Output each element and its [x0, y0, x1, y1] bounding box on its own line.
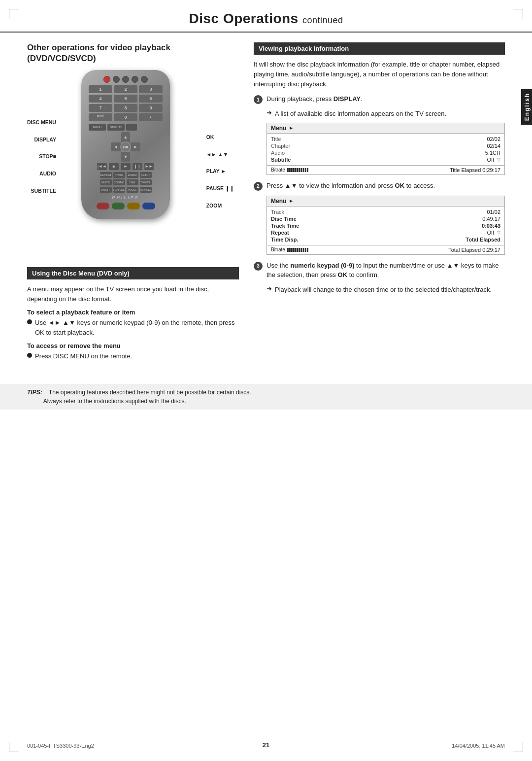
- disc-menu-btn[interactable]: DISC: [89, 113, 112, 121]
- menu-box2-title: Menu: [271, 198, 286, 205]
- stop-label: STOP■: [27, 153, 56, 160]
- tv-button[interactable]: [122, 76, 129, 83]
- select-bullet-text: Use ◄► ▲▼ keys or numeric keypad (0-9) o…: [35, 318, 239, 337]
- step3-text: Use the numeric keypad (0-9) to input th…: [266, 261, 505, 280]
- num-6[interactable]: 6: [139, 95, 163, 103]
- num-3[interactable]: 3: [139, 85, 163, 93]
- bitrate-bar-2: [287, 248, 308, 252]
- dpad-up[interactable]: ▲: [121, 132, 130, 142]
- bullet-dot-1: [27, 319, 32, 324]
- title-elapsed-2: Total Elapsed 0:29:17: [448, 247, 500, 253]
- pause-btn[interactable]: ❙❙: [133, 163, 142, 170]
- menu-box2-footer: Bitrate Total Elapsed 0:29:17: [267, 245, 504, 254]
- stop-btn[interactable]: ■: [109, 163, 119, 170]
- num-7[interactable]: 7: [89, 104, 112, 112]
- menu-box2-header: Menu ►: [267, 196, 504, 207]
- ok-button[interactable]: OK: [120, 141, 131, 152]
- menu-box1-footer: Bitrate Title Elapsed 0:29:17: [267, 165, 504, 174]
- menu-row-disc-time: Disc Time 0:49:17: [271, 215, 500, 222]
- menu-box1-header: Menu ►: [267, 123, 504, 134]
- mute-btn[interactable]: MUTE: [100, 179, 112, 185]
- feature-btn[interactable]: FEATURE: [113, 187, 125, 193]
- audio-label: AUDIO: [27, 171, 56, 177]
- audio-source-button[interactable]: [141, 76, 148, 83]
- prog-btn[interactable]: PROG: [113, 172, 125, 178]
- disc-menu-section: Using the Disc Menu (DVD only) A menu ma…: [27, 267, 239, 361]
- remote-labels-left: DISC MENU DISPLAY STOP■ AUDIO SUBTITLE: [27, 119, 56, 194]
- corner-mark-bl: [9, 742, 19, 752]
- step1-text: During playback, press DISPLAY.: [266, 94, 363, 104]
- left-column: Other operations for video playback (DVD…: [27, 42, 239, 364]
- bitrate-label-2: Bitrate: [271, 247, 285, 252]
- step1: 1 During playback, press DISPLAY.: [254, 94, 505, 104]
- setup-btn[interactable]: SETUP: [140, 172, 152, 178]
- remote-image: 1 2 3 4 5 6 7 8 9 DISC 0 +: [81, 70, 170, 219]
- num-0[interactable]: 0: [114, 113, 137, 121]
- menu-row-audio: Audio 5.1CH: [271, 149, 500, 156]
- menu-button[interactable]: MENU: [89, 124, 106, 131]
- num-9[interactable]: 9: [139, 104, 163, 112]
- tuner-button[interactable]: [132, 76, 138, 83]
- display-label: DISPLAY: [27, 137, 56, 143]
- title-main: Disc Operations: [189, 11, 298, 26]
- play-label: PLAY ►: [206, 168, 234, 174]
- remote-labels-right: OK ◄► ▲▼ PLAY ► PAUSE ❙❙ ZOOM: [206, 134, 234, 208]
- num-8[interactable]: 8: [114, 104, 137, 112]
- step3-arrow: ➜ Playback will change to the chosen tim…: [266, 285, 505, 295]
- sound-btn[interactable]: SOUND: [113, 179, 125, 185]
- display-button[interactable]: DISPLAY: [107, 124, 125, 131]
- menu-row-time-disp: Time Disp. Total Elapsed: [271, 236, 500, 243]
- page-header: Disc Operations continued: [0, 0, 532, 33]
- zoom-btn[interactable]: ZOOM: [127, 172, 138, 178]
- zoom-label: ZOOM: [206, 203, 234, 209]
- dpad-right[interactable]: ►: [131, 142, 140, 151]
- onoff-btn[interactable]: ON/OFF: [100, 187, 112, 193]
- red-btn[interactable]: [97, 203, 109, 209]
- num-5[interactable]: 5: [114, 95, 137, 103]
- number-pad: 1 2 3 4 5 6 7 8 9 DISC 0 +: [89, 85, 163, 121]
- num-1[interactable]: 1: [89, 85, 112, 93]
- green-btn[interactable]: [112, 203, 125, 209]
- disc-menu-heading: Using the Disc Menu (DVD only): [27, 267, 239, 279]
- yellow-btn[interactable]: [127, 203, 140, 209]
- repeat-btn[interactable]: REPEAT: [100, 172, 112, 178]
- footer-right: 14/04/2005, 11:45 AM: [452, 743, 505, 749]
- blue-btn[interactable]: [142, 203, 155, 209]
- disc-button[interactable]: [113, 76, 120, 83]
- next-btn[interactable]: ►►|: [144, 163, 154, 170]
- viewing-description: It will show the disc playback informati…: [254, 60, 505, 89]
- corner-mark-tr: [513, 9, 523, 19]
- bullet-dot-2: [27, 353, 32, 358]
- select-feature-heading: To select a playback feature or item: [27, 309, 239, 316]
- tips-line2: Always refer to the instructions supplie…: [43, 398, 186, 405]
- arrow-symbol-3: ➜: [266, 285, 272, 292]
- power-button[interactable]: [103, 76, 110, 83]
- vol-minus[interactable]: −: [126, 124, 137, 131]
- step1-number: 1: [254, 95, 263, 104]
- dpad-down[interactable]: ▼: [121, 152, 130, 162]
- corner-mark-br: [513, 742, 523, 752]
- menu-row-track: Track 01/02: [271, 208, 500, 215]
- dpad-left[interactable]: ◄: [111, 142, 121, 151]
- menu-box2-arrow: ►: [289, 198, 294, 204]
- select-bullet-item: Use ◄► ▲▼ keys or numeric keypad (0-9) o…: [27, 318, 239, 337]
- num-2[interactable]: 2: [114, 85, 137, 93]
- disc-menu-intro: A menu may appear on the TV screen once …: [27, 284, 239, 304]
- bitrate-bar-1: [287, 168, 308, 172]
- vol-plus[interactable]: +: [139, 113, 163, 121]
- prev-btn[interactable]: |◄◄: [97, 163, 107, 170]
- corner-mark-tl: [9, 9, 19, 19]
- vocal-btn[interactable]: VOCAL: [127, 187, 138, 193]
- language-tab: English: [521, 89, 532, 125]
- menu-row-repeat: Repeat Off ▽: [271, 229, 500, 236]
- num-4[interactable]: 4: [89, 95, 112, 103]
- karaoke-btn[interactable]: KARAOKE: [140, 187, 152, 193]
- tv-vol-btn[interactable]: TV/VOL: [140, 179, 152, 185]
- main-content: Other operations for video playback (DVD…: [0, 33, 532, 374]
- play-btn[interactable]: ►: [121, 163, 131, 170]
- step1-arrow-text: A list of available disc information app…: [275, 109, 446, 119]
- dim-btn[interactable]: DIM: [127, 179, 138, 185]
- page-title: Disc Operations continued: [27, 11, 505, 27]
- arrow-symbol-1: ➜: [266, 109, 272, 116]
- remote-area: 1 2 3 4 5 6 7 8 9 DISC 0 +: [27, 70, 239, 262]
